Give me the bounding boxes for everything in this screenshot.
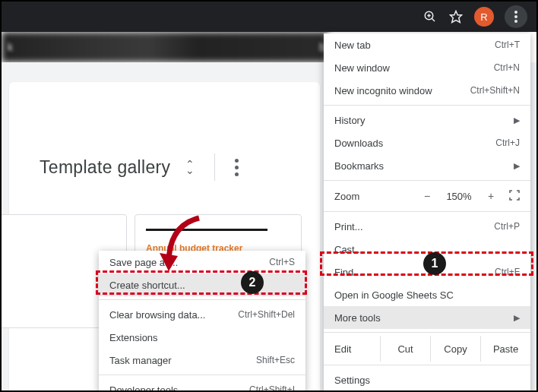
menu-item-bookmarks[interactable]: Bookmarks▶: [324, 154, 530, 177]
submenu-item-clear-data[interactable]: Clear browsing data...Ctrl+Shift+Del: [99, 303, 305, 326]
bookmark-star-icon[interactable]: [448, 9, 464, 24]
copy-button[interactable]: Copy: [430, 336, 480, 362]
submenu-item-dev-tools[interactable]: Developer toolsCtrl+Shift+I: [99, 378, 305, 392]
menu-item-history[interactable]: History▶: [324, 109, 530, 131]
decorative-line: [146, 229, 267, 231]
more-tools-submenu: Save page as...Ctrl+S Create shortcut...…: [99, 251, 305, 392]
menu-item-edit: Edit Cut Copy Paste: [324, 336, 530, 362]
menu-item-print[interactable]: Print...Ctrl+P: [324, 215, 530, 238]
annotation-badge-2: 2: [241, 271, 264, 294]
template-thumbnail: [0, 236, 2, 297]
svg-point-5: [514, 11, 517, 14]
submenu-item-task-manager[interactable]: Task managerShift+Esc: [99, 349, 305, 371]
chevron-right-icon: ▶: [514, 115, 520, 125]
more-options-button[interactable]: [235, 159, 239, 176]
template-gallery-header: Template gallery ⌃⌄: [40, 153, 239, 181]
blurred-url-bar: [2, 32, 328, 62]
divider: [214, 153, 215, 181]
menu-separator: [324, 105, 530, 106]
menu-item-new-window[interactable]: New windowCtrl+N: [324, 56, 530, 79]
menu-separator: [324, 332, 530, 333]
menu-separator: [99, 299, 305, 300]
sort-icon[interactable]: ⌃⌄: [185, 161, 195, 174]
menu-item-settings[interactable]: Settings: [324, 368, 530, 391]
menu-item-new-tab[interactable]: New tabCtrl+T: [324, 33, 530, 56]
edit-label: Edit: [334, 343, 380, 355]
submenu-item-extensions[interactable]: Extensions: [99, 326, 305, 349]
template-gallery-title: Template gallery: [40, 157, 170, 178]
chrome-menu-button[interactable]: [505, 5, 527, 28]
zoom-value: 150%: [442, 191, 476, 202]
fullscreen-button[interactable]: [506, 190, 523, 203]
paste-button[interactable]: Paste: [480, 336, 530, 362]
chrome-toolbar: R: [2, 2, 536, 32]
menu-separator: [324, 211, 530, 212]
svg-point-7: [514, 20, 517, 23]
menu-separator: [99, 375, 305, 375]
chrome-main-menu: New tabCtrl+T New windowCtrl+N New incog…: [324, 33, 530, 392]
zoom-label: Zoom: [334, 191, 412, 202]
menu-item-downloads[interactable]: DownloadsCtrl+J: [324, 131, 530, 154]
profile-avatar[interactable]: R: [474, 7, 494, 27]
blurred-text: k: [8, 41, 13, 53]
chevron-right-icon: ▶: [514, 313, 520, 323]
zoom-indicator-icon[interactable]: [422, 9, 438, 24]
menu-separator: [324, 365, 530, 365]
menu-item-open-sheets[interactable]: Open in Google Sheets SC: [324, 283, 530, 306]
svg-marker-4: [451, 11, 462, 23]
menu-item-more-tools[interactable]: More tools▶: [324, 306, 530, 329]
cut-button[interactable]: Cut: [380, 336, 430, 362]
menu-separator: [324, 180, 530, 181]
menu-item-zoom: Zoom − 150% +: [324, 184, 530, 208]
chevron-right-icon: ▶: [514, 161, 520, 171]
zoom-out-button[interactable]: −: [419, 190, 435, 202]
zoom-in-button[interactable]: +: [483, 190, 498, 202]
svg-point-6: [514, 15, 517, 18]
submenu-item-save-page[interactable]: Save page as...Ctrl+S: [99, 251, 305, 273]
submenu-item-create-shortcut[interactable]: Create shortcut...: [99, 273, 305, 296]
annotation-badge-1: 1: [423, 252, 446, 275]
menu-item-incognito[interactable]: New incognito windowCtrl+Shift+N: [324, 79, 530, 102]
svg-line-1: [432, 18, 435, 21]
